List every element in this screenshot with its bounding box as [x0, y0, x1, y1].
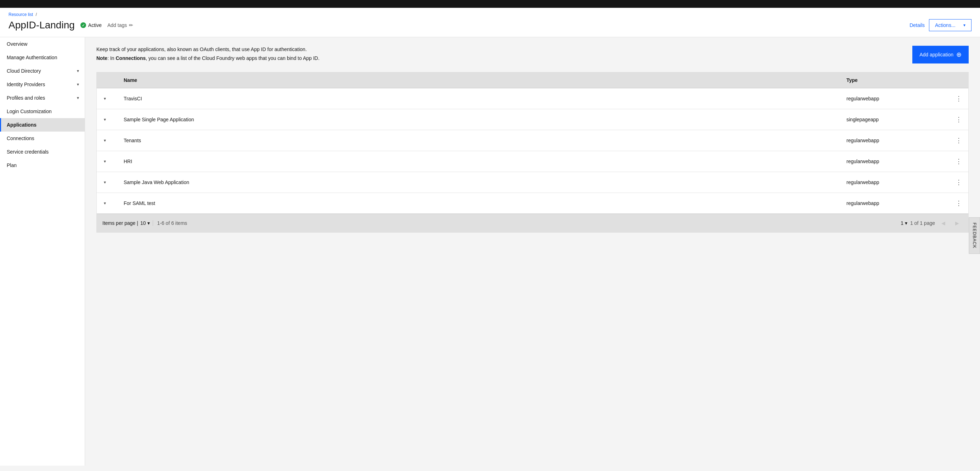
type-cell-1: regularwebapp: [841, 91, 947, 106]
add-tags-button[interactable]: Add tags ✏: [107, 22, 133, 28]
expand-cell-5: ▾: [97, 173, 118, 191]
per-page-selector[interactable]: 10 ▾: [140, 220, 150, 226]
type-cell-6: regularwebapp: [841, 195, 947, 211]
sidebar-item-label-overview: Overview: [7, 41, 79, 47]
status-dot: [80, 22, 86, 28]
sidebar-item-plan[interactable]: Plan: [0, 158, 85, 172]
prev-page-button[interactable]: ◀: [938, 218, 949, 228]
items-count: 1-6 of 6 items: [153, 220, 188, 226]
actions-cell-1: ⋮: [947, 88, 968, 109]
main-layout: OverviewManage AuthenticationCloud Direc…: [0, 37, 980, 466]
more-options-button-5[interactable]: ⋮: [953, 177, 965, 188]
note-label: Note: [96, 55, 107, 61]
page-chevron: ▾: [905, 220, 907, 226]
add-application-button[interactable]: Add application ⊕: [912, 46, 969, 64]
actions-cell-4: ⋮: [947, 151, 968, 172]
expand-cell-1: ▾: [97, 90, 118, 107]
sidebar-item-connections[interactable]: Connections: [0, 132, 85, 145]
table-row: ▾TravisCIregularwebapp⋮: [97, 88, 968, 109]
sidebar-item-label-login-customization: Login Customization: [7, 109, 79, 114]
expand-button-6[interactable]: ▾: [102, 199, 107, 207]
more-options-button-2[interactable]: ⋮: [953, 114, 965, 125]
info-section: Keep track of your applications, also kn…: [96, 46, 969, 64]
sidebar-item-service-credentials[interactable]: Service credentials: [0, 145, 85, 158]
col-header-type: Type: [841, 72, 947, 88]
expand-button-2[interactable]: ▾: [102, 116, 107, 123]
name-cell-1: TravisCI: [118, 91, 841, 106]
status-label: Active: [88, 22, 102, 28]
sidebar-item-label-connections: Connections: [7, 136, 79, 141]
type-cell-4: regularwebapp: [841, 153, 947, 169]
table-row: ▾Tenantsregularwebapp⋮: [97, 130, 968, 151]
title-left: AppID-Landing Active Add tags ✏: [8, 19, 133, 31]
title-right: Details Actions... ▾: [910, 19, 972, 31]
page-selector[interactable]: 1 ▾: [900, 220, 907, 226]
info-suffix: , you can see a list of the Cloud Foundr…: [146, 55, 319, 61]
chevron-down-icon: ▾: [963, 23, 966, 28]
sidebar-item-cloud-directory[interactable]: Cloud Directory▾: [0, 64, 85, 78]
page-value: 1: [900, 220, 904, 226]
applications-table: Name Type ▾TravisCIregularwebapp⋮▾Sample…: [96, 72, 969, 233]
actions-cell-2: ⋮: [947, 109, 968, 130]
chevron-icon-cloud-directory: ▾: [77, 69, 79, 73]
more-options-button-1[interactable]: ⋮: [953, 93, 965, 104]
sidebar-item-identity-providers[interactable]: Identity Providers▾: [0, 78, 85, 91]
expand-button-5[interactable]: ▾: [102, 179, 107, 186]
actions-cell-3: ⋮: [947, 130, 968, 151]
next-page-button[interactable]: ▶: [951, 218, 963, 228]
more-options-button-3[interactable]: ⋮: [953, 135, 965, 146]
name-cell-3: Tenants: [118, 133, 841, 148]
add-tags-label: Add tags: [107, 22, 127, 28]
actions-label: Actions...: [935, 22, 956, 28]
actions-cell-5: ⋮: [947, 172, 968, 193]
info-colon: : In: [107, 55, 116, 61]
sidebar-item-login-customization[interactable]: Login Customization: [0, 105, 85, 118]
info-text: Keep track of your applications, also kn…: [96, 46, 320, 64]
col-header-name: Name: [118, 72, 841, 88]
expand-button-1[interactable]: ▾: [102, 95, 107, 102]
per-page-wrapper: Items per page | 10 ▾: [102, 220, 150, 226]
type-cell-3: regularwebapp: [841, 133, 947, 148]
pagination-right: 1 ▾ 1 of 1 page ◀ ▶: [900, 218, 963, 228]
col-header-actions: [947, 72, 968, 88]
name-cell-4: HRI: [118, 153, 841, 169]
table-row: ▾For SAML testregularwebapp⋮: [97, 193, 968, 214]
details-link[interactable]: Details: [910, 22, 925, 28]
table-row: ▾Sample Java Web Applicationregularwebap…: [97, 172, 968, 193]
pagination: Items per page | 10 ▾ 1-6 of 6 items 1 ▾…: [97, 214, 968, 232]
pagination-left: Items per page | 10 ▾ 1-6 of 6 items: [102, 220, 187, 226]
sidebar-item-label-plan: Plan: [7, 163, 79, 168]
sidebar-item-label-profiles-roles: Profiles and roles: [7, 95, 77, 101]
table-body: ▾TravisCIregularwebapp⋮▾Sample Single Pa…: [97, 88, 968, 214]
info-line-1: Keep track of your applications, also kn…: [96, 46, 320, 53]
breadcrumb: Resource list /: [8, 12, 972, 17]
chevron-icon-identity-providers: ▾: [77, 82, 79, 87]
sidebar-item-manage-auth[interactable]: Manage Authentication: [0, 51, 85, 64]
type-cell-5: regularwebapp: [841, 174, 947, 190]
more-options-button-4[interactable]: ⋮: [953, 156, 965, 167]
expand-cell-2: ▾: [97, 111, 118, 128]
items-per-page-label: Items per page |: [102, 220, 138, 226]
sidebar-item-profiles-roles[interactable]: Profiles and roles▾: [0, 91, 85, 105]
plus-icon: ⊕: [956, 51, 962, 59]
add-application-label: Add application: [920, 52, 953, 57]
sidebar-item-label-identity-providers: Identity Providers: [7, 81, 77, 87]
expand-button-4[interactable]: ▾: [102, 158, 107, 165]
more-options-button-6[interactable]: ⋮: [953, 198, 965, 209]
top-bar: [0, 0, 980, 8]
info-line-2: Note: In Connections, you can see a list…: [96, 54, 320, 62]
actions-button[interactable]: Actions... ▾: [929, 19, 972, 31]
sidebar: OverviewManage AuthenticationCloud Direc…: [0, 37, 85, 466]
name-cell-6: For SAML test: [118, 195, 841, 211]
expand-cell-6: ▾: [97, 194, 118, 212]
sidebar-item-applications[interactable]: Applications: [0, 118, 85, 132]
type-cell-2: singlepageapp: [841, 112, 947, 127]
sidebar-item-overview[interactable]: Overview: [0, 37, 85, 51]
connections-label: Connections: [116, 55, 146, 61]
name-cell-5: Sample Java Web Application: [118, 174, 841, 190]
breadcrumb-resource-list[interactable]: Resource list: [8, 12, 33, 17]
feedback-tab[interactable]: FEEDBACK: [969, 217, 980, 254]
header-area: Resource list / AppID-Landing Active Add…: [0, 8, 980, 37]
page-info: 1 of 1 page: [910, 220, 935, 226]
expand-button-3[interactable]: ▾: [102, 137, 107, 144]
